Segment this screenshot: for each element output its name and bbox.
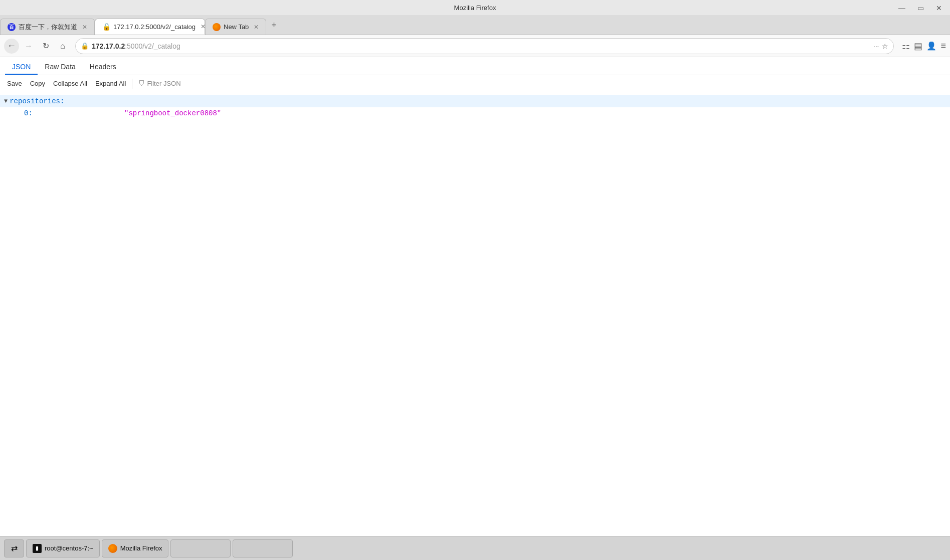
- taskbar-terminal[interactable]: ▮ root@centos-7:~: [26, 539, 100, 557]
- baidu-icon: 百: [8, 23, 16, 31]
- copy-button[interactable]: Copy: [26, 78, 49, 89]
- tab-newtab-label: New Tab: [224, 23, 249, 31]
- json-content-area: ▼ repositories: 0: "springboot_docker080…: [0, 92, 950, 536]
- titlebar-title: Mozilla Firefox: [454, 4, 496, 12]
- address-path: :5000/v2/_catalog: [125, 42, 180, 50]
- json-toolbar: Save Copy Collapse All Expand All ⛉ Filt…: [0, 75, 950, 92]
- collapse-all-button[interactable]: Collapse All: [49, 78, 91, 89]
- viewer-tabs: JSON Raw Data Headers: [0, 57, 950, 75]
- bookmark-button[interactable]: ☆: [882, 42, 888, 50]
- json-index-0: 0:: [24, 109, 64, 117]
- json-item-0: 0: "springboot_docker0808": [0, 107, 950, 119]
- filter-icon: ⛉: [138, 80, 145, 87]
- taskbar-empty-2: [233, 539, 293, 557]
- minimize-button[interactable]: —: [895, 3, 908, 13]
- tab-baidu-close[interactable]: ✕: [82, 24, 87, 31]
- titlebar: Mozilla Firefox — ▭ ✕: [0, 0, 950, 16]
- filter-json-button[interactable]: ⛉ Filter JSON: [134, 78, 184, 89]
- tab-catalog-label: 172.17.0.2:5000/v2/_catalog: [113, 23, 196, 31]
- page-icon: 🔒: [102, 23, 110, 31]
- json-repositories-key: repositories:: [10, 97, 64, 105]
- forward-button[interactable]: →: [21, 39, 36, 54]
- taskbar-empty-1: [170, 539, 231, 557]
- taskbar-switch-button[interactable]: ⇄: [4, 539, 24, 557]
- json-value-0: "springboot_docker0808": [124, 109, 221, 117]
- tab-baidu-label: 百度一下，你就知道: [19, 23, 77, 32]
- tab-rawdata[interactable]: Raw Data: [38, 60, 82, 75]
- library-icon[interactable]: ⚏: [902, 41, 910, 52]
- address-bar[interactable]: 🔒 172.17.0.2:5000/v2/_catalog ··· ☆: [75, 38, 894, 54]
- toggle-repositories[interactable]: ▼: [4, 98, 8, 105]
- tab-catalog[interactable]: 🔒 172.17.0.2:5000/v2/_catalog ✕: [95, 19, 205, 35]
- save-button[interactable]: Save: [3, 78, 26, 89]
- reload-button[interactable]: ↻: [38, 39, 53, 54]
- switch-icon: ⇄: [11, 543, 18, 553]
- taskbar-firefox-icon: [108, 544, 117, 553]
- nav-right-icons: ⚏ ▤ 👤 ≡: [902, 41, 946, 52]
- tab-json[interactable]: JSON: [5, 60, 38, 75]
- expand-all-button[interactable]: Expand All: [91, 78, 130, 89]
- address-text: 172.17.0.2:5000/v2/_catalog: [92, 42, 870, 50]
- tabbar: 百 百度一下，你就知道 ✕ 🔒 172.17.0.2:5000/v2/_cata…: [0, 16, 950, 35]
- new-tab-button[interactable]: +: [266, 18, 282, 33]
- filter-label: Filter JSON: [147, 80, 180, 87]
- reader-view-icon[interactable]: ▤: [914, 41, 922, 52]
- tab-catalog-close[interactable]: ✕: [201, 23, 206, 30]
- home-button[interactable]: ⌂: [55, 39, 70, 54]
- taskbar-firefox[interactable]: Mozilla Firefox: [102, 539, 169, 557]
- firefox-tab-icon: [213, 23, 221, 31]
- address-host: 172.17.0.2: [92, 42, 125, 50]
- titlebar-controls: — ▭ ✕: [895, 3, 945, 13]
- tab-newtab[interactable]: New Tab ✕: [205, 19, 266, 35]
- tab-headers[interactable]: Headers: [83, 60, 123, 75]
- navbar: ← → ↻ ⌂ 🔒 172.17.0.2:5000/v2/_catalog ··…: [0, 35, 950, 57]
- taskbar: ⇄ ▮ root@centos-7:~ Mozilla Firefox: [0, 536, 950, 560]
- taskbar-terminal-label: root@centos-7:~: [45, 544, 93, 552]
- tab-newtab-close[interactable]: ✕: [254, 24, 259, 31]
- account-icon[interactable]: 👤: [926, 41, 936, 51]
- app-menu-button[interactable]: ≡: [940, 41, 946, 51]
- json-repositories-row: ▼ repositories:: [0, 95, 950, 107]
- taskbar-firefox-label: Mozilla Firefox: [120, 544, 162, 552]
- maximize-button[interactable]: ▭: [914, 3, 927, 13]
- close-button[interactable]: ✕: [933, 3, 945, 13]
- address-more-button[interactable]: ···: [873, 42, 879, 50]
- browser-window: Mozilla Firefox — ▭ ✕ 百 百度一下，你就知道 ✕ 🔒 17…: [0, 0, 950, 560]
- terminal-icon: ▮: [33, 544, 42, 553]
- lock-icon: 🔒: [81, 42, 89, 50]
- tab-baidu[interactable]: 百 百度一下，你就知道 ✕: [0, 19, 95, 35]
- toolbar-separator: [132, 79, 132, 89]
- back-button[interactable]: ←: [4, 39, 19, 54]
